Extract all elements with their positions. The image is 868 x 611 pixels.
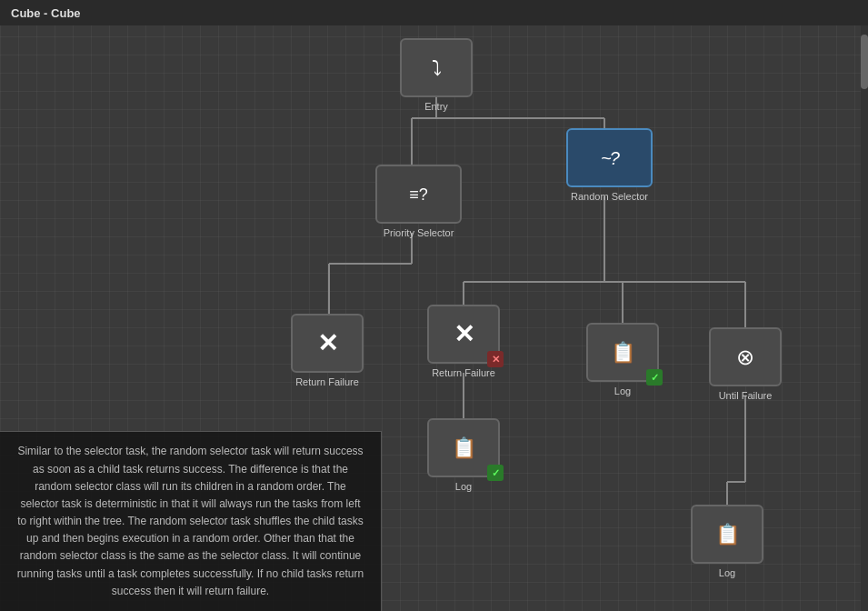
- log-1-icon: 📋: [611, 343, 635, 363]
- failure-overlay: ✕: [487, 351, 504, 367]
- random-selector-icon: ~?: [601, 149, 618, 167]
- window-title: Cube - Cube: [11, 6, 81, 20]
- return-failure-1-label: Return Failure: [295, 376, 359, 387]
- entry-node[interactable]: ⤵ Entry: [400, 38, 473, 112]
- scrollbar[interactable]: [861, 25, 868, 611]
- log-2-label: Log: [455, 481, 472, 492]
- entry-label: Entry: [424, 101, 448, 112]
- until-failure-node[interactable]: ⊗ Until Failure: [709, 327, 782, 401]
- until-failure-icon: ⊗: [736, 346, 754, 368]
- log-3-label: Log: [719, 567, 735, 578]
- priority-selector-label: Priority Selector: [384, 227, 454, 238]
- until-failure-label: Until Failure: [719, 390, 773, 401]
- priority-selector-node[interactable]: ≡? Priority Selector: [375, 165, 462, 238]
- entry-icon: ⤵: [432, 58, 442, 78]
- log-2-icon: 📋: [452, 438, 476, 458]
- priority-selector-icon: ≡?: [409, 186, 428, 203]
- title-bar: Cube - Cube: [0, 0, 868, 25]
- check-overlay-2: ✓: [487, 465, 504, 481]
- log-node-3[interactable]: 📋 Log: [691, 505, 763, 578]
- log-node-1[interactable]: 📋 ✓ Log: [586, 323, 659, 396]
- return-failure-node-1[interactable]: ✕ Return Failure: [291, 314, 364, 387]
- log-node-2[interactable]: 📋 ✓ Log: [427, 418, 500, 492]
- return-failure-1-icon: ✕: [317, 331, 338, 356]
- scrollbar-thumb[interactable]: [861, 35, 868, 89]
- check-overlay-1: ✓: [646, 369, 663, 386]
- log-1-label: Log: [614, 386, 631, 396]
- info-text: Similar to the selector task, the random…: [15, 443, 366, 600]
- return-failure-2-icon: ✕: [454, 322, 474, 347]
- log-3-icon: 📋: [715, 525, 740, 545]
- random-selector-label: Random Selector: [571, 191, 648, 202]
- info-panel: Similar to the selector task, the random…: [0, 431, 382, 611]
- return-failure-2-label: Return Failure: [432, 367, 495, 378]
- random-selector-node[interactable]: ~? Random Selector: [566, 128, 653, 202]
- return-failure-node-2[interactable]: ✕ ✕ Return Failure: [427, 305, 500, 378]
